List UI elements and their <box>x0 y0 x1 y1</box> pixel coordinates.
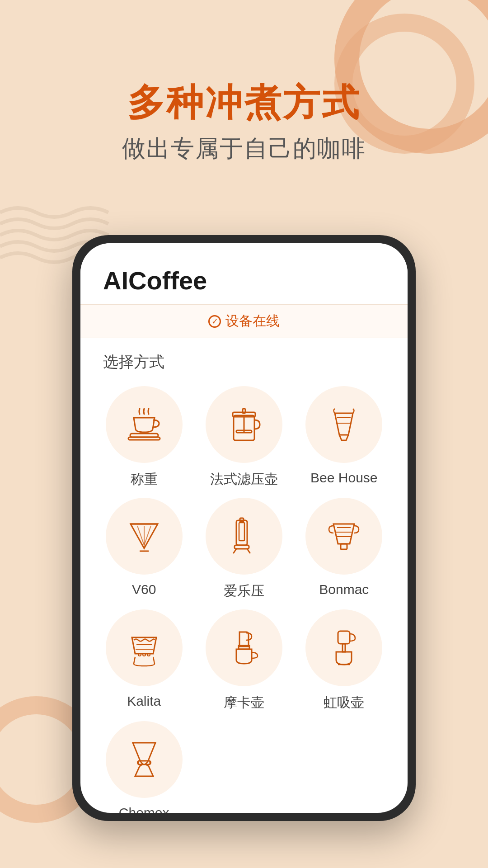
scale-icon-circle <box>106 386 183 463</box>
svg-rect-28 <box>338 631 350 644</box>
brew-label-v60: V60 <box>132 582 156 597</box>
bonmac-icon <box>324 516 364 557</box>
siphon-icon-circle <box>305 609 382 686</box>
brew-label-chemex: Chemex <box>119 805 169 813</box>
french-press-icon <box>224 404 264 445</box>
brew-grid: 称重 <box>80 382 408 813</box>
brew-item-kalita[interactable]: Kalita <box>99 609 189 712</box>
svg-point-26 <box>147 653 150 656</box>
status-label: 设备在线 <box>225 312 280 330</box>
header-subtitle: 做出专属于自己的咖啡 <box>0 133 488 165</box>
moka-icon-circle <box>206 609 282 686</box>
v60-icon <box>124 516 164 557</box>
svg-point-24 <box>138 653 141 656</box>
kalita-icon-circle <box>106 609 183 686</box>
french-press-icon-circle <box>206 386 282 463</box>
svg-rect-31 <box>138 761 150 764</box>
status-text: ✓ 设备在线 <box>88 312 400 330</box>
brew-item-scale[interactable]: 称重 <box>99 386 189 489</box>
moka-icon <box>224 627 264 668</box>
svg-rect-1 <box>128 437 160 440</box>
bee-house-icon-circle <box>305 386 382 463</box>
brew-item-moka[interactable]: 摩卡壶 <box>198 609 289 712</box>
status-icon: ✓ <box>208 315 221 328</box>
siphon-icon <box>324 627 364 668</box>
phone-screen: AICoffee ✓ 设备在线 选择方式 <box>80 243 408 813</box>
svg-rect-21 <box>341 544 347 549</box>
brew-label-scale: 称重 <box>131 470 158 489</box>
kalita-icon <box>124 627 164 668</box>
aeropress-icon <box>224 516 264 557</box>
svg-rect-14 <box>236 520 247 545</box>
chemex-icon <box>124 739 164 780</box>
brew-label-kalita: Kalita <box>127 693 161 709</box>
brew-label-bee-house: Bee House <box>310 470 377 486</box>
svg-rect-29 <box>343 644 345 652</box>
header-title: 多种冲煮方式 <box>0 81 488 124</box>
brew-label-moka: 摩卡壶 <box>224 693 264 712</box>
section-label: 选择方式 <box>80 338 408 382</box>
bee-house-icon <box>324 404 364 445</box>
brew-label-bonmac: Bonmac <box>319 582 369 597</box>
brew-item-french-press[interactable]: 法式滤压壶 <box>198 386 289 489</box>
brew-item-siphon[interactable]: 虹吸壶 <box>299 609 389 712</box>
brew-item-bonmac[interactable]: Bonmac <box>299 498 389 600</box>
v60-icon-circle <box>106 498 183 575</box>
brew-label-siphon: 虹吸壶 <box>324 693 364 712</box>
chemex-icon-circle <box>106 721 183 798</box>
app-header: AICoffee <box>80 243 408 304</box>
brew-item-aeropress[interactable]: 爱乐压 <box>198 498 289 600</box>
phone-outer: AICoffee ✓ 设备在线 选择方式 <box>72 235 416 821</box>
svg-rect-4 <box>243 409 245 413</box>
app-title: AICoffee <box>103 266 385 295</box>
svg-point-25 <box>143 653 145 656</box>
brew-label-french-press: 法式滤压壶 <box>210 470 278 489</box>
brew-item-v60[interactable]: V60 <box>99 498 189 600</box>
status-bar: ✓ 设备在线 <box>80 304 408 338</box>
phone-mockup: AICoffee ✓ 设备在线 选择方式 <box>72 235 416 821</box>
header-section: 多种冲煮方式 做出专属于自己的咖啡 <box>0 81 488 165</box>
svg-rect-15 <box>239 523 244 541</box>
scale-icon <box>124 404 164 445</box>
aeropress-icon-circle <box>206 498 282 575</box>
brew-item-chemex[interactable]: Chemex <box>99 721 189 813</box>
bonmac-icon-circle <box>305 498 382 575</box>
brew-label-aeropress: 爱乐压 <box>224 582 264 600</box>
brew-item-bee-house[interactable]: Bee House <box>299 386 389 489</box>
